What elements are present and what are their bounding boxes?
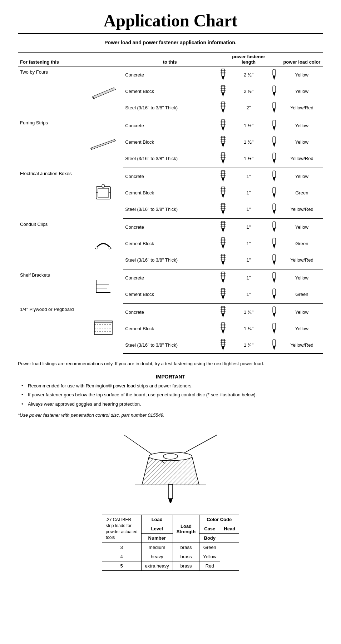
head-color: Green — [199, 543, 220, 552]
caliber-table: .27 CALIBER strip loads for powder actua… — [102, 515, 239, 571]
svg-marker-124 — [222, 313, 224, 318]
item-image — [84, 269, 123, 304]
svg-rect-116 — [94, 321, 112, 323]
header-length: power fastener length — [229, 52, 268, 66]
svg-marker-94 — [222, 261, 224, 266]
to-material: Cement Block — [123, 286, 217, 304]
svg-rect-120 — [222, 306, 224, 313]
load-color-icon — [268, 252, 281, 269]
to-material: Concrete — [123, 219, 217, 236]
svg-marker-133 — [273, 330, 276, 334]
fastener-length: 1" — [229, 168, 268, 185]
case-body: brass — [173, 543, 199, 552]
fastener-length: 1" — [229, 201, 268, 219]
load-color-icon — [268, 117, 281, 134]
fastener-icon — [217, 219, 229, 236]
disclaimer-text: Power load listings are recommendations … — [18, 360, 323, 367]
svg-rect-88 — [273, 238, 276, 244]
svg-rect-101 — [222, 272, 224, 279]
fastener-length: 1 ¹⁄₄" — [229, 320, 268, 337]
load-color: Green — [281, 235, 323, 252]
svg-rect-81 — [273, 222, 276, 228]
item-image — [84, 168, 123, 219]
item-image — [84, 66, 123, 117]
head-color: Red — [199, 561, 220, 571]
svg-rect-65 — [273, 187, 276, 194]
svg-point-75 — [109, 247, 111, 249]
fastener-length: 1" — [229, 235, 268, 252]
svg-marker-31 — [273, 127, 276, 131]
svg-marker-112 — [222, 296, 224, 300]
fastener-length: 1 ¹⁄₄" — [229, 337, 268, 353]
load-color: Yellow/Red — [281, 201, 323, 219]
important-title: IMPORTANT — [18, 374, 323, 380]
svg-marker-140 — [273, 346, 276, 350]
bullet-item: Recommended for use with Remington® powe… — [21, 382, 323, 390]
to-material: Concrete — [123, 117, 217, 134]
important-section: IMPORTANT Recommended for use with Remin… — [18, 374, 323, 408]
to-material: Steel (3/16" to 3/8" Thick) — [123, 99, 217, 117]
svg-rect-147 — [168, 484, 173, 499]
fastener-length: 1 ¹⁄₂" — [229, 134, 268, 150]
to-material: Concrete — [123, 168, 217, 185]
fastener-icon — [217, 252, 229, 269]
load-strength: medium — [141, 543, 173, 552]
load-color: Yellow — [281, 134, 323, 150]
case-body: brass — [173, 561, 199, 571]
fastener-length: 2 ¹⁄₂" — [229, 66, 268, 83]
italic-note: *Use power fastener with penetration con… — [18, 412, 323, 418]
svg-rect-21 — [273, 102, 276, 109]
fastener-icon — [217, 99, 229, 117]
svg-rect-76 — [222, 221, 224, 228]
load-color: Yellow — [281, 117, 323, 134]
svg-rect-113 — [273, 289, 276, 295]
fastener-icon — [217, 117, 229, 134]
fastener-icon — [217, 66, 229, 83]
fastener-length: 1 ¹⁄₄" — [229, 304, 268, 321]
load-label-header: Load — [141, 515, 173, 524]
load-color-icon — [268, 219, 281, 236]
fastener-icon — [217, 304, 229, 321]
load-color: Green — [281, 184, 323, 201]
svg-marker-43 — [222, 160, 224, 164]
case-body: brass — [173, 552, 199, 561]
color-code-header: Color Code — [199, 515, 239, 524]
svg-rect-115 — [94, 321, 112, 335]
svg-rect-14 — [273, 86, 276, 92]
svg-marker-45 — [273, 159, 276, 164]
fastener-icon — [217, 150, 229, 168]
svg-rect-53 — [222, 170, 224, 178]
load-color-icon — [268, 184, 281, 201]
svg-marker-107 — [273, 279, 276, 283]
fastener-length: 1" — [229, 219, 268, 236]
number-label: Number — [141, 534, 173, 543]
svg-marker-73 — [273, 210, 276, 214]
svg-marker-15 — [273, 92, 276, 96]
fastener-length: 1" — [229, 286, 268, 304]
important-bullets: Recommended for use with Remington® powe… — [18, 382, 323, 408]
fastener-icon — [217, 337, 229, 353]
svg-marker-87 — [222, 245, 224, 249]
load-color-icon — [268, 269, 281, 286]
load-color-icon — [268, 99, 281, 117]
item-name: Two by Fours — [18, 66, 84, 117]
load-color-icon — [268, 286, 281, 304]
item-name: Electrical Junction Boxes — [18, 168, 84, 219]
load-color: Yellow — [281, 66, 323, 83]
caliber-row: 3 medium brass Green — [102, 543, 239, 552]
svg-rect-125 — [273, 307, 276, 313]
page-title: Application Chart — [18, 11, 323, 30]
svg-rect-95 — [273, 254, 276, 261]
level-label: Level — [141, 524, 173, 534]
load-color-icon — [268, 304, 281, 321]
item-image — [84, 304, 123, 354]
svg-marker-131 — [222, 330, 224, 334]
svg-marker-80 — [222, 228, 224, 233]
load-color: Yellow — [281, 219, 323, 236]
fastener-icon — [217, 320, 229, 337]
load-level: 5 — [102, 561, 141, 571]
load-color: Yellow — [281, 83, 323, 99]
svg-rect-7 — [273, 69, 276, 76]
load-color-icon — [268, 337, 281, 353]
to-material: Concrete — [123, 269, 217, 286]
